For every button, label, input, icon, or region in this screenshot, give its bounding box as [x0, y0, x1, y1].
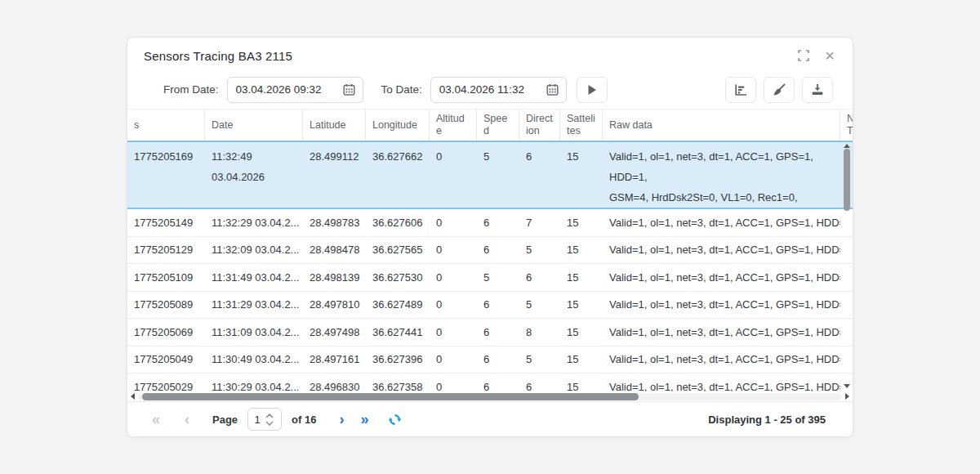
- spinner-up-icon[interactable]: [265, 414, 274, 418]
- cell-lon: 36.627358: [366, 373, 430, 391]
- dialog-titlebar: Sensors Tracing BA3 2115 ×: [127, 38, 853, 74]
- cell-raw: Valid=1, ol=1, net=3, dt=1, ACC=1, GPS=1…: [603, 209, 840, 236]
- scroll-left-icon[interactable]: [131, 393, 135, 400]
- column-header-raw[interactable]: Raw data: [603, 110, 840, 141]
- vertical-scrollbar-thumb[interactable]: [844, 149, 850, 211]
- column-header-alt[interactable]: Altitude: [430, 110, 477, 141]
- cell-raw: Valid=1, ol=1, net=3, dt=1, ACC=1, GPS=1…: [603, 142, 840, 208]
- cell-lon: 36.627606: [366, 209, 430, 236]
- column-header-speed[interactable]: Speed: [477, 110, 519, 141]
- table-row[interactable]: 177520510911:31:49 03.04.2...28.49813936…: [127, 264, 853, 292]
- column-header-lon[interactable]: Longitude: [366, 110, 430, 141]
- chart-button[interactable]: [725, 77, 756, 103]
- cell-lon: 36.627441: [366, 319, 430, 346]
- cell-sat: 15: [560, 209, 603, 236]
- cell-lat: 28.497161: [303, 347, 366, 373]
- table-row[interactable]: 177520516911:32:49 03.04.202628.49911236…: [127, 141, 853, 209]
- cell-date: 11:31:09 03.04.2...: [205, 319, 303, 346]
- to-date-input[interactable]: [439, 83, 543, 96]
- table-row[interactable]: 177520504911:30:49 03.04.2...28.49716136…: [127, 347, 853, 374]
- calendar-icon: [546, 83, 559, 96]
- cell-lon: 36.627565: [366, 237, 430, 264]
- horizontal-scrollbar-track[interactable]: [138, 393, 842, 400]
- horizontal-scrollbar-thumb[interactable]: [142, 393, 639, 400]
- column-header-lat[interactable]: Latitude: [303, 110, 366, 141]
- cell-id: 1775205109: [127, 264, 205, 291]
- to-date-field: [430, 77, 567, 103]
- first-page-button[interactable]: «: [150, 412, 162, 427]
- from-date-label: From Date:: [163, 83, 219, 96]
- last-page-button[interactable]: »: [359, 412, 370, 427]
- to-date-calendar-button[interactable]: [546, 83, 559, 96]
- cell-lon: 36.627396: [366, 347, 430, 373]
- close-button[interactable]: ×: [822, 47, 838, 64]
- clear-button[interactable]: [764, 77, 795, 103]
- cell-dir: 8: [519, 319, 560, 346]
- spinner-down-icon[interactable]: [265, 421, 274, 426]
- cell-alt: 0: [430, 319, 477, 346]
- cell-speed: 6: [477, 319, 519, 346]
- displaying-status: Displaying 1 - 25 of 395: [708, 414, 826, 426]
- cell-speed: 6: [477, 209, 519, 236]
- table-row[interactable]: 177520502911:30:29 03.04.2...28.49683036…: [127, 373, 853, 391]
- cell-alt: 0: [430, 292, 477, 319]
- column-header-extra[interactable]: N T: [840, 110, 853, 141]
- cell-alt: 0: [430, 347, 477, 373]
- cell-sat: 15: [560, 142, 603, 208]
- cell-date: 11:31:49 03.04.2...: [205, 264, 303, 291]
- cell-dir: 6: [519, 142, 560, 208]
- cell-date: 11:30:29 03.04.2...: [205, 373, 303, 391]
- column-header-sat[interactable]: Sattelites: [560, 110, 603, 141]
- run-query-button[interactable]: [577, 77, 608, 103]
- from-date-input[interactable]: [236, 83, 340, 96]
- cell-speed: 6: [477, 373, 519, 391]
- cell-lat: 28.497498: [303, 319, 366, 346]
- next-page-button[interactable]: ›: [337, 412, 345, 427]
- cell-sat: 15: [560, 292, 603, 319]
- dialog-title: Sensors Tracing BA3 2115: [144, 49, 292, 63]
- cell-sat: 15: [560, 347, 603, 373]
- table-body: 177520516911:32:49 03.04.202628.49911236…: [127, 141, 853, 391]
- scroll-up-icon[interactable]: [844, 144, 850, 148]
- table-row[interactable]: 177520512911:32:09 03.04.2...28.49847836…: [127, 237, 853, 265]
- cell-speed: 5: [477, 142, 519, 208]
- download-button[interactable]: [802, 77, 833, 103]
- vertical-scrollbar[interactable]: [841, 141, 852, 391]
- horizontal-scrollbar[interactable]: [127, 391, 853, 401]
- prev-page-button[interactable]: ‹: [183, 412, 191, 427]
- cell-dir: 6: [519, 373, 560, 391]
- cell-raw: Valid=1, ol=1, net=3, dt=1, ACC=1, GPS=1…: [603, 292, 840, 319]
- cell-speed: 6: [477, 347, 519, 373]
- table-row[interactable]: 177520506911:31:09 03.04.2...28.49749836…: [127, 319, 853, 347]
- scroll-right-icon[interactable]: [845, 393, 849, 400]
- cell-date: 11:30:49 03.04.2...: [205, 347, 303, 373]
- cell-id: 1775205129: [127, 237, 205, 264]
- broom-icon: [773, 83, 786, 96]
- maximize-button[interactable]: [795, 47, 812, 64]
- cell-sat: 15: [560, 264, 603, 291]
- filter-toolbar: From Date: To Date:: [127, 74, 853, 110]
- maximize-icon: [798, 50, 809, 61]
- cell-lon: 36.627530: [366, 264, 430, 291]
- cell-id: 1775205049: [127, 347, 205, 373]
- column-header-dir[interactable]: Direction: [519, 110, 560, 141]
- cell-sat: 15: [560, 237, 603, 264]
- cell-dir: 5: [519, 237, 560, 264]
- scroll-down-icon[interactable]: [844, 384, 850, 388]
- refresh-button[interactable]: [388, 413, 402, 427]
- cell-alt: 0: [430, 237, 477, 264]
- cell-raw: Valid=1, ol=1, net=3, dt=1, ACC=1, GPS=1…: [603, 319, 840, 346]
- column-header-date[interactable]: Date: [205, 110, 303, 141]
- cell-alt: 0: [430, 373, 477, 391]
- from-date-calendar-button[interactable]: [343, 83, 355, 96]
- column-header-id[interactable]: s: [127, 110, 205, 141]
- table-row[interactable]: 177520508911:31:29 03.04.2...28.49781036…: [127, 292, 853, 320]
- download-icon: [811, 83, 824, 96]
- page-count-label: of 16: [292, 414, 316, 426]
- page-number-input[interactable]: [250, 414, 265, 426]
- from-date-field: [227, 77, 363, 103]
- table-header: sDateLatitudeLongitudeAltitudeSpeedDirec…: [127, 110, 853, 141]
- sensors-tracing-dialog: Sensors Tracing BA3 2115 × From Date:: [127, 37, 853, 437]
- table-row[interactable]: 177520514911:32:29 03.04.2...28.49878336…: [127, 209, 853, 237]
- cell-speed: 6: [477, 292, 519, 319]
